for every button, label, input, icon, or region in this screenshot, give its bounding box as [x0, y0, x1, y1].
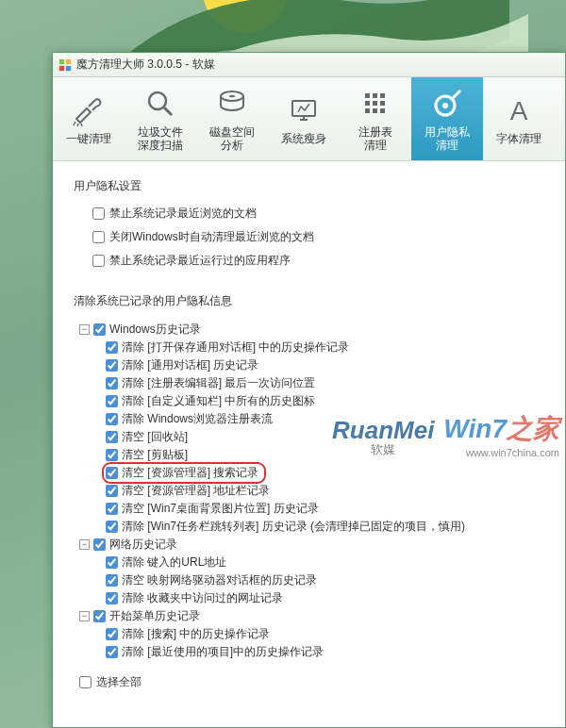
tree-group-label: 开始菜单历史记录 [109, 607, 200, 625]
tree-group-label: 网络历史记录 [109, 536, 177, 554]
tree-item-label: 清空 [Win7桌面背景图片位置] 历史记录 [122, 500, 319, 518]
tree-item[interactable]: 清除 [Win7任务栏跳转列表] 历史记录 (会清理掉已固定的项目，慎用) [106, 518, 546, 536]
tree-group[interactable]: −网络历史记录 [79, 536, 546, 554]
tree-item-label: 清空 [回收站] [122, 428, 188, 446]
svg-point-8 [229, 95, 235, 98]
svg-text:A: A [510, 96, 528, 125]
tree-group[interactable]: −Windows历史记录 [79, 321, 546, 339]
svg-rect-3 [59, 65, 64, 70]
tree-item[interactable]: 清除 [搜索] 中的历史操作记录 [106, 625, 546, 643]
tree-item-label: 清除 [注册表编辑器] 最后一次访问位置 [122, 374, 315, 392]
tool-privacy-clean[interactable]: 用户隐私清理 [411, 77, 483, 160]
tree-item[interactable]: 清除 [注册表编辑器] 最后一次访问位置 [106, 374, 546, 392]
privacy-icon [428, 85, 466, 123]
svg-rect-4 [66, 65, 71, 70]
svg-rect-1 [59, 58, 64, 63]
svg-rect-12 [365, 93, 370, 98]
tree-item[interactable]: 清空 [资源管理器] 地址栏记录 [106, 482, 546, 500]
opt-disable-recent-docs[interactable]: 禁止系统记录最近浏览的文档 [92, 206, 546, 222]
opt-clean-on-shutdown[interactable]: 关闭Windows时自动清理最近浏览的文档 [92, 229, 546, 245]
magnifier-icon [143, 87, 177, 121]
tree-item-label: 清除 [Win7任务栏跳转列表] 历史记录 (会清理掉已固定的项目，慎用) [122, 518, 465, 536]
privacy-settings-title: 用户隐私设置 [74, 178, 546, 194]
monitor-icon [287, 93, 321, 127]
tree-item-label: 清除 键入的URL地址 [122, 554, 226, 571]
tool-disk-analysis[interactable]: 磁盘空间分析 [196, 77, 268, 160]
app-window: 魔方清理大师 3.0.0.5 - 软媒 一键清理 垃圾文件深度扫描 磁盘空间分析… [52, 52, 566, 728]
tree-item[interactable]: 清除 [打开保存通用对话框] 中的历史操作记录 [106, 339, 546, 356]
svg-rect-2 [66, 58, 71, 63]
svg-rect-13 [373, 93, 377, 98]
tool-registry-clean[interactable]: 注册表清理 [340, 77, 411, 160]
tree-item[interactable]: 清除 [自定义通知栏] 中所有的历史图标 [106, 392, 546, 410]
opt-disable-recent-apps[interactable]: 禁止系统记录最近运行过的应用程序 [92, 253, 546, 269]
tree-item-label: 清除 [通用对话框] 历史记录 [122, 356, 258, 374]
tree-item-label: 清空 [资源管理器] 地址栏记录 [122, 482, 270, 500]
tree-item-label: 清除 Windows浏览器注册表流 [122, 410, 273, 428]
svg-rect-15 [365, 101, 370, 106]
tree-item-label: 清空 映射网络驱动器对话框的历史记录 [122, 571, 317, 589]
svg-rect-19 [373, 108, 377, 113]
tree-item[interactable]: 清除 键入的URL地址 [106, 554, 546, 571]
collapse-icon[interactable]: − [79, 324, 90, 335]
font-icon: A [502, 93, 536, 127]
tree-item-label: 清空 [资源管理器] 搜索记录 [122, 464, 258, 482]
collapse-icon[interactable]: − [79, 611, 90, 621]
svg-point-22 [442, 103, 448, 108]
tree-item[interactable]: 清除 [通用对话框] 历史记录 [106, 356, 546, 374]
tree-group[interactable]: −开始菜单历史记录 [79, 607, 546, 625]
svg-rect-17 [380, 101, 385, 106]
tree-item-label: 清除 [最近使用的项目]中的历史操作记录 [122, 643, 324, 661]
svg-rect-14 [380, 93, 385, 98]
collapse-icon[interactable]: − [79, 539, 90, 550]
grid-icon [358, 87, 392, 121]
select-all[interactable]: 选择全部 [79, 674, 546, 690]
svg-point-5 [149, 92, 166, 109]
app-icon [58, 58, 72, 72]
brush-icon [72, 93, 106, 127]
tree-item[interactable]: 清空 [资源管理器] 搜索记录 [106, 464, 546, 482]
toolbar: 一键清理 垃圾文件深度扫描 磁盘空间分析 系统瘦身 注册表清理 用户隐私清理 [53, 77, 565, 161]
tool-deep-scan[interactable]: 垃圾文件深度扫描 [125, 77, 196, 160]
svg-line-6 [164, 108, 172, 115]
tree-item-label: 清除 [打开保存通用对话框] 中的历史操作记录 [122, 339, 349, 356]
tool-system-slim[interactable]: 系统瘦身 [268, 77, 340, 160]
privacy-tree: −Windows历史记录清除 [打开保存通用对话框] 中的历史操作记录清除 [通… [79, 321, 546, 661]
title-bar: 魔方清理大师 3.0.0.5 - 软媒 [53, 53, 565, 77]
svg-rect-20 [380, 108, 385, 113]
tree-item[interactable]: 清空 [Win7桌面背景图片位置] 历史记录 [106, 500, 546, 518]
tool-font-clean[interactable]: A 字体清理 [483, 77, 555, 160]
svg-rect-16 [373, 101, 377, 106]
tree-item-label: 清除 [自定义通知栏] 中所有的历史图标 [122, 392, 315, 410]
clear-privacy-title: 清除系统已记录的用户隐私信息 [74, 293, 546, 309]
tree-group-label: Windows历史记录 [109, 321, 201, 339]
tree-item-label: 清除 收藏夹中访问过的网址记录 [122, 589, 283, 607]
disk-icon [215, 87, 249, 121]
watermark: RuanMei 软媒 Win7之家 www.win7china.com [332, 411, 559, 458]
tree-item[interactable]: 清除 [最近使用的项目]中的历史操作记录 [106, 643, 546, 661]
tool-one-click-clean[interactable]: 一键清理 [53, 77, 125, 160]
svg-rect-18 [365, 108, 370, 113]
tree-item[interactable]: 清除 收藏夹中访问过的网址记录 [106, 589, 546, 607]
window-title: 魔方清理大师 3.0.0.5 - 软媒 [76, 57, 215, 73]
tree-item[interactable]: 清空 映射网络驱动器对话框的历史记录 [106, 571, 546, 589]
tree-item-label: 清除 [搜索] 中的历史操作记录 [122, 625, 270, 643]
